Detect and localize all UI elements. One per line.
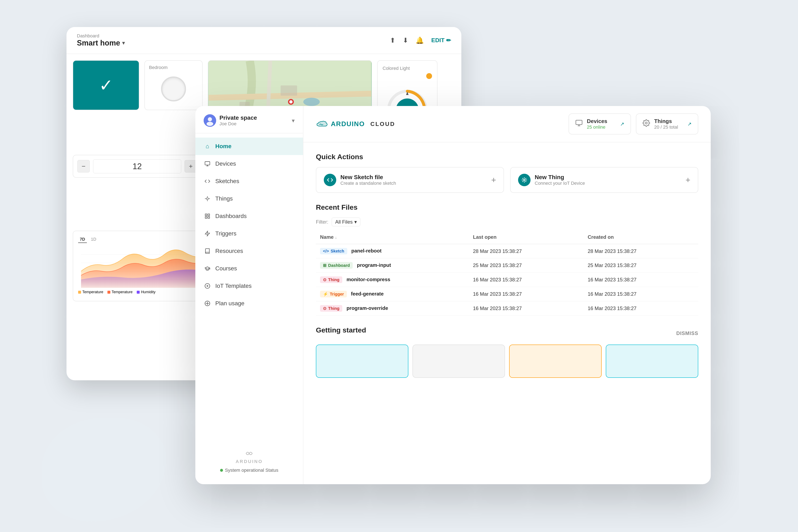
sidebar: Private space Joe Doe ▾ ⌂ Home [195, 106, 303, 484]
table-row[interactable]: </> Sketch panel-reboot 28 Mar 2023 15:3… [316, 244, 698, 258]
sidebar-footer: ARDUINO System operational Status [195, 444, 303, 478]
thing-icon: ⊙ [323, 306, 326, 311]
decrease-button[interactable]: − [77, 160, 90, 172]
gs-card-2[interactable] [413, 345, 505, 378]
filter-value: All Files [335, 219, 353, 225]
svg-point-29 [645, 122, 647, 124]
recent-files-section: Recent Files Filter: All Files ▾ Nam [316, 203, 698, 316]
filter-chevron-icon: ▾ [354, 219, 357, 225]
filter-row: Filter: All Files ▾ [316, 217, 698, 226]
brand-sub: CLOUD [370, 121, 395, 127]
sidebar-item-iot-templates[interactable]: IoT Templates [195, 277, 303, 295]
file-name: monitor-compress [346, 277, 390, 282]
dashboards-icon [204, 212, 211, 220]
legend-label-temp2: Temperature [112, 290, 133, 294]
bedroom-label: Bedroom [149, 65, 198, 70]
table-row[interactable]: ⊙ Thing monitor-compress 16 Mar 2023 15:… [316, 273, 698, 287]
sidebar-item-courses-label: Courses [215, 265, 237, 272]
edit-button[interactable]: EDIT ✏ [431, 37, 451, 44]
sidebar-item-plan-usage[interactable]: Plan usage [195, 295, 303, 312]
sidebar-item-devices-label: Devices [215, 160, 236, 167]
gs-card-4[interactable] [606, 345, 698, 378]
sidebar-item-things[interactable]: Things [195, 190, 303, 207]
file-type-badge: </> Sketch [320, 248, 347, 254]
device-icon [204, 160, 211, 168]
blob-decoration [42, 418, 166, 521]
sidebar-item-resources[interactable]: Resources [195, 242, 303, 260]
getting-started-title: Getting started [316, 326, 366, 334]
table-row[interactable]: ⊞ Dashboard program-input 25 Mar 2023 15… [316, 258, 698, 273]
file-last-open: 25 Mar 2023 15:38:27 [469, 258, 584, 273]
new-sketch-plus-icon: + [491, 175, 496, 185]
sidebar-item-triggers[interactable]: Triggers [195, 225, 303, 242]
sort-icon[interactable]: ↓ [335, 235, 337, 240]
col-created-on: Created on [584, 230, 698, 244]
gs-card-1[interactable] [316, 345, 408, 378]
chevron-down-icon: ▾ [122, 40, 125, 46]
colored-light-label: Colored Light [383, 66, 432, 71]
file-type-badge: ⊞ Dashboard [320, 262, 353, 269]
getting-started-grid [316, 345, 698, 378]
svg-point-7 [289, 100, 292, 103]
svg-marker-24 [205, 231, 210, 236]
sidebar-item-things-label: Things [215, 195, 233, 202]
arduino-logo: ARDUINO [236, 449, 263, 464]
dashboard-breadcrumb: Dashboard [77, 33, 125, 39]
file-last-open: 16 Mar 2023 15:38:27 [469, 287, 584, 301]
sidebar-item-triggers-label: Triggers [215, 230, 236, 237]
pencil-icon: ✏ [446, 37, 451, 44]
page-body: Quick Actions New Sketch file [303, 142, 711, 484]
file-created-on: 16 Mar 2023 15:38:27 [584, 301, 698, 316]
things-icon [204, 195, 211, 203]
user-chevron-icon: ▾ [292, 117, 295, 124]
table-row[interactable]: ⚡ Trigger feed-generate 16 Mar 2023 15:3… [316, 287, 698, 301]
file-last-open: 28 Mar 2023 15:38:27 [469, 244, 584, 258]
new-thing-card[interactable]: New Thing Connect your IoT Device + [510, 167, 698, 193]
arduino-cloud-logo: ARDUINO CLOUD [316, 120, 395, 128]
brand-text: ARDUINO [331, 120, 367, 128]
file-name: panel-reboot [352, 248, 382, 253]
courses-icon [204, 265, 211, 272]
things-stat-card[interactable]: Things 20 / 25 total ↗ [636, 113, 698, 134]
sidebar-item-home[interactable]: ⌂ Home [195, 137, 303, 155]
thing-icon: ⊙ [323, 277, 326, 282]
iot-icon [204, 282, 211, 290]
svg-rect-18 [205, 162, 210, 165]
dismiss-button[interactable]: DISMISS [676, 330, 698, 336]
header-stats: Devices 25 online ↗ T [569, 113, 698, 134]
sidebar-item-resources-label: Resources [215, 248, 243, 254]
share-icon[interactable]: ⬆ [390, 36, 396, 44]
devices-label: Devices [587, 118, 607, 125]
sidebar-user[interactable]: Private space Joe Doe ▾ [195, 106, 303, 133]
legend-label-humidity: Humidity [141, 290, 155, 294]
table-row[interactable]: ⊙ Thing program-override 16 Mar 2023 15:… [316, 301, 698, 316]
svg-rect-23 [208, 216, 209, 218]
filter-select[interactable]: All Files ▾ [332, 217, 360, 226]
check-icon: ✓ [99, 76, 113, 95]
file-created-on: 28 Mar 2023 15:38:27 [584, 244, 698, 258]
recent-files-title: Recent Files [316, 203, 698, 211]
sidebar-item-courses[interactable]: Courses [195, 260, 303, 277]
legend-temp2: Temperature [108, 290, 133, 294]
file-name: feed-generate [351, 291, 384, 297]
download-icon[interactable]: ⬇ [403, 36, 408, 44]
svg-rect-28 [576, 120, 582, 125]
sidebar-item-devices[interactable]: Devices [195, 155, 303, 172]
arduino-text: ARDUINO [236, 459, 263, 464]
increase-button[interactable]: + [185, 160, 197, 172]
bedroom-knob[interactable] [161, 76, 186, 101]
chart-tab-7d[interactable]: 7D [78, 236, 87, 243]
file-last-open: 16 Mar 2023 15:38:27 [469, 273, 584, 287]
sidebar-item-sketches[interactable]: Sketches [195, 172, 303, 190]
things-sub: 20 / 25 total [654, 125, 678, 130]
file-created-on: 25 Mar 2023 15:38:27 [584, 258, 698, 273]
sidebar-item-dashboards[interactable]: Dashboards [195, 207, 303, 225]
devices-stat-card[interactable]: Devices 25 online ↗ [569, 113, 631, 134]
chart-tab-1d[interactable]: 1D [89, 236, 98, 243]
legend-temp1: Temperature [78, 290, 103, 294]
gs-card-3[interactable] [509, 345, 602, 378]
bell-icon[interactable]: 🔔 [416, 36, 424, 44]
new-sketch-card[interactable]: New Sketch file Create a standalone sket… [316, 167, 504, 193]
dashboard-icon: ⊞ [323, 263, 326, 268]
new-thing-plus-icon: + [686, 175, 690, 185]
